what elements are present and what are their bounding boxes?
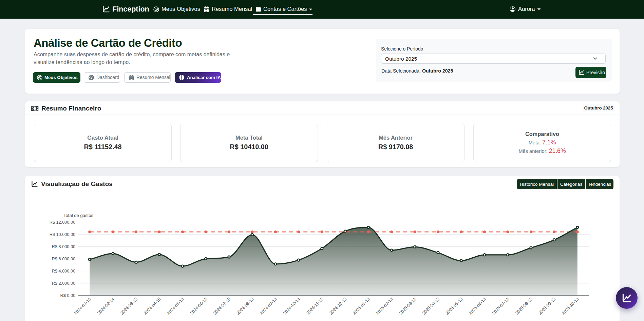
svg-text:2025-04-13: 2025-04-13 <box>421 297 440 316</box>
svg-text:2024-06-13: 2024-06-13 <box>189 297 208 316</box>
svg-text:R$ 10.000,00: R$ 10.000,00 <box>50 232 75 237</box>
svg-text:2024-02-14: 2024-02-14 <box>96 297 115 316</box>
svg-text:2025-10-13: 2025-10-13 <box>561 297 580 316</box>
svg-text:2025-06-13: 2025-06-13 <box>468 297 487 316</box>
svg-text:2024-01-15: 2024-01-15 <box>73 297 92 316</box>
svg-text:Total de gastos: Total de gastos <box>63 213 94 218</box>
svg-text:R$ 8.000,00: R$ 8.000,00 <box>52 244 75 249</box>
svg-text:2025-01-13: 2025-01-13 <box>352 297 371 316</box>
svg-text:2024-05-13: 2024-05-13 <box>166 297 185 316</box>
svg-text:2025-07-13: 2025-07-13 <box>491 297 510 316</box>
svg-text:2024-04-15: 2024-04-15 <box>143 297 162 316</box>
svg-text:2024-09-13: 2024-09-13 <box>259 297 278 316</box>
svg-text:2025-05-13: 2025-05-13 <box>445 297 464 316</box>
svg-text:2024-11-13: 2024-11-13 <box>306 297 324 315</box>
svg-text:2025-09-13: 2025-09-13 <box>538 297 557 316</box>
svg-text:2024-07-15: 2024-07-15 <box>212 297 231 316</box>
svg-text:R$ 12.000,00: R$ 12.000,00 <box>50 220 75 225</box>
svg-text:2025-02-13: 2025-02-13 <box>375 297 394 316</box>
svg-text:2024-12-13: 2024-12-13 <box>329 297 348 316</box>
svg-text:R$ 4.000,00: R$ 4.000,00 <box>52 269 75 274</box>
svg-text:2024-03-13: 2024-03-13 <box>119 297 138 316</box>
svg-text:2024-10-14: 2024-10-14 <box>282 297 301 316</box>
svg-text:2024-08-13: 2024-08-13 <box>236 297 255 316</box>
svg-text:R$ 6.000,00: R$ 6.000,00 <box>52 257 75 261</box>
svg-text:2025-03-13: 2025-03-13 <box>398 297 417 316</box>
svg-text:2025-08-13: 2025-08-13 <box>514 297 533 316</box>
svg-text:R$ 2.000,00: R$ 2.000,00 <box>52 281 75 286</box>
svg-text:R$ 0,00: R$ 0,00 <box>60 293 75 298</box>
